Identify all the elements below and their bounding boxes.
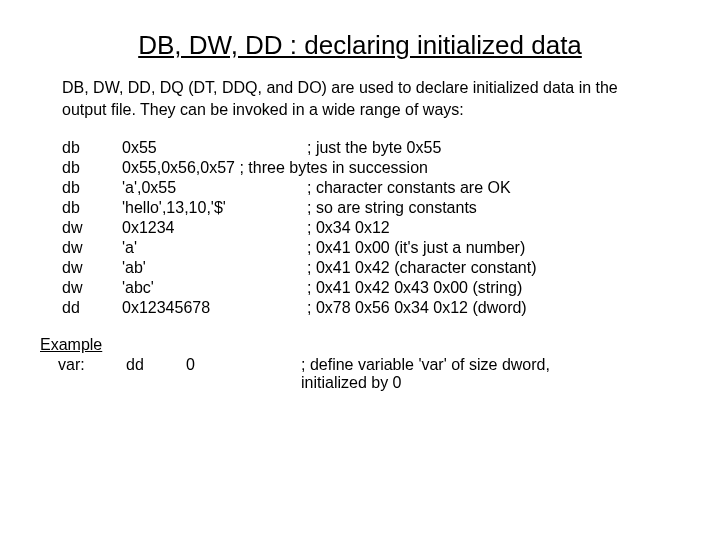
example-var: var: [40,356,126,392]
intro-text: DB, DW, DD, DQ (DT, DDQ, and DO) are use… [62,77,660,120]
args: 'abc' [122,278,307,298]
args: 'a' [122,238,307,258]
op: dd [62,298,122,318]
code-row: dw'a'; 0x41 0x00 (it's just a number) [62,238,536,258]
comment: ; 0x78 0x56 0x34 0x12 (dword) [307,298,536,318]
code-row: db0x55,0x56,0x57 ; three bytes in succes… [62,158,536,178]
op: db [62,138,122,158]
op: db [62,158,122,178]
args: 'ab' [122,258,307,278]
comment: ; 0x41 0x00 (it's just a number) [307,238,536,258]
code-row: dd0x12345678; 0x78 0x56 0x34 0x12 (dword… [62,298,536,318]
op: dw [62,278,122,298]
args: 0x55 [122,138,307,158]
comment: ; just the byte 0x55 [307,138,536,158]
code-table: db0x55; just the byte 0x55db0x55,0x56,0x… [62,138,536,318]
op: db [62,198,122,218]
op: dw [62,218,122,238]
example-comment: ; define variable 'var' of size dword, i… [301,356,550,392]
code-row: dw'ab'; 0x41 0x42 (character constant) [62,258,536,278]
example-block: Example var: dd 0 ; define variable 'var… [40,336,670,392]
args: 0x1234 [122,218,307,238]
code-row: db0x55; just the byte 0x55 [62,138,536,158]
code-row: db'hello',13,10,'$'; so are string const… [62,198,536,218]
args: 0x12345678 [122,298,307,318]
op: db [62,178,122,198]
args: 'hello',13,10,'$' [122,198,307,218]
op: dw [62,258,122,278]
code-row: dw0x1234; 0x34 0x12 [62,218,536,238]
slide-title: DB, DW, DD : declaring initialized data [50,30,670,61]
example-op: dd [126,356,186,392]
code-row: dw'abc'; 0x41 0x42 0x43 0x00 (string) [62,278,536,298]
example-arg: 0 [186,356,301,392]
comment: ; 0x34 0x12 [307,218,536,238]
op: dw [62,238,122,258]
comment: ; 0x41 0x42 (character constant) [307,258,536,278]
args: 0x55,0x56,0x57 ; three bytes in successi… [122,158,536,178]
args: 'a',0x55 [122,178,307,198]
comment: ; character constants are OK [307,178,536,198]
code-row: db'a',0x55; character constants are OK [62,178,536,198]
comment: ; so are string constants [307,198,536,218]
comment: ; 0x41 0x42 0x43 0x00 (string) [307,278,536,298]
example-label: Example [40,336,102,353]
